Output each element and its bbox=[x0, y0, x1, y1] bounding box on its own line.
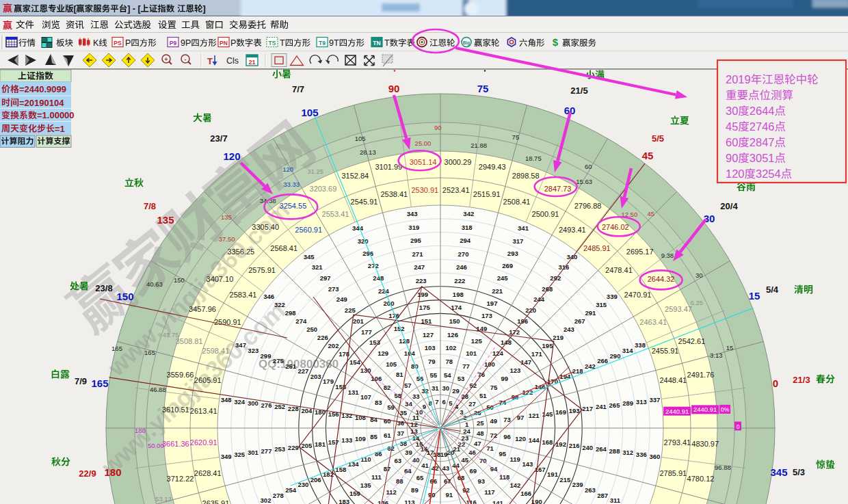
svg-text:Cls: Cls bbox=[226, 56, 239, 66]
svg-text:270: 270 bbox=[458, 250, 469, 258]
svg-text:297: 297 bbox=[320, 274, 331, 282]
svg-text:316: 316 bbox=[558, 263, 569, 271]
svg-text:2538.41: 2538.41 bbox=[380, 190, 408, 198]
svg-text:250: 250 bbox=[306, 326, 317, 333]
svg-text:2500.91: 2500.91 bbox=[532, 210, 559, 218]
svg-text:298: 298 bbox=[285, 309, 296, 317]
svg-text:21: 21 bbox=[248, 59, 255, 66]
svg-text:198: 198 bbox=[453, 291, 464, 298]
svg-text:56: 56 bbox=[416, 375, 424, 382]
svg-text:2485.91: 2485.91 bbox=[583, 244, 611, 252]
svg-text:2644.32: 2644.32 bbox=[648, 275, 675, 283]
svg-text:15: 15 bbox=[726, 344, 734, 352]
svg-text:223: 223 bbox=[416, 277, 427, 284]
svg-text:40.63: 40.63 bbox=[146, 280, 163, 288]
svg-text:93: 93 bbox=[478, 477, 486, 485]
svg-text:125: 125 bbox=[471, 337, 483, 345]
svg-text:175: 175 bbox=[419, 304, 431, 311]
svg-text:225: 225 bbox=[345, 306, 356, 314]
svg-text:5/4: 5/4 bbox=[766, 284, 779, 295]
svg-text:22/9: 22/9 bbox=[79, 468, 96, 479]
svg-text:165: 165 bbox=[91, 377, 108, 389]
svg-text:29: 29 bbox=[452, 387, 460, 395]
svg-text:45: 45 bbox=[647, 210, 654, 217]
svg-text:150: 150 bbox=[116, 291, 133, 302]
svg-text:78: 78 bbox=[446, 358, 453, 365]
svg-text:2590.91: 2590.91 bbox=[214, 318, 241, 326]
svg-text:3: 3 bbox=[460, 408, 463, 416]
svg-text:23: 23 bbox=[462, 434, 469, 442]
svg-text:265: 265 bbox=[609, 401, 621, 409]
svg-text:46: 46 bbox=[468, 449, 476, 456]
svg-text:27: 27 bbox=[468, 400, 476, 408]
svg-text:227: 227 bbox=[297, 367, 308, 375]
svg-text:30: 30 bbox=[695, 271, 703, 279]
svg-text:2949.43: 2949.43 bbox=[479, 163, 506, 171]
svg-text:3203.69: 3203.69 bbox=[310, 185, 337, 193]
svg-text:311: 311 bbox=[610, 496, 621, 504]
svg-text:73: 73 bbox=[503, 416, 511, 423]
svg-text:46.88: 46.88 bbox=[150, 386, 166, 393]
svg-text:57: 57 bbox=[404, 382, 412, 389]
svg-text:217: 217 bbox=[582, 405, 593, 412]
svg-text:2491.76: 2491.76 bbox=[687, 371, 715, 379]
svg-text:196: 196 bbox=[517, 317, 528, 325]
svg-text:5/3: 5/3 bbox=[793, 467, 805, 477]
svg-text:278: 278 bbox=[273, 492, 284, 499]
svg-text:54: 54 bbox=[444, 371, 451, 379]
svg-text:-: - bbox=[185, 56, 187, 63]
svg-text:221: 221 bbox=[492, 287, 503, 295]
svg-text:269: 269 bbox=[502, 262, 513, 269]
svg-text:T9: T9 bbox=[319, 40, 326, 47]
svg-text:251: 251 bbox=[285, 362, 297, 370]
svg-text:338: 338 bbox=[635, 341, 646, 349]
svg-text:80: 80 bbox=[411, 362, 419, 370]
svg-text:2635.91: 2635.91 bbox=[202, 499, 230, 504]
svg-text:302: 302 bbox=[261, 496, 271, 504]
svg-text:287: 287 bbox=[597, 492, 608, 499]
svg-text:219: 219 bbox=[553, 334, 564, 341]
svg-text:320: 320 bbox=[358, 237, 369, 245]
svg-text:P: P bbox=[125, 38, 131, 48]
svg-text:312: 312 bbox=[622, 449, 633, 456]
svg-text:7: 7 bbox=[435, 398, 438, 406]
svg-text:318: 318 bbox=[462, 224, 473, 231]
svg-text:121: 121 bbox=[529, 412, 540, 419]
svg-text:21/5: 21/5 bbox=[570, 85, 587, 96]
svg-text:226: 226 bbox=[317, 334, 328, 341]
svg-text:96: 96 bbox=[503, 433, 511, 440]
svg-text:7/7: 7/7 bbox=[292, 84, 304, 94]
svg-text:105: 105 bbox=[301, 107, 318, 118]
svg-text:169: 169 bbox=[555, 408, 566, 416]
svg-text:3508.81: 3508.81 bbox=[176, 337, 203, 345]
svg-text:0: 0 bbox=[737, 423, 740, 430]
svg-text:337: 337 bbox=[649, 396, 660, 403]
svg-text:2628.41: 2628.41 bbox=[194, 469, 222, 477]
svg-text:3305.40: 3305.40 bbox=[252, 223, 279, 231]
svg-text:75: 75 bbox=[512, 133, 520, 141]
svg-text:9P: 9P bbox=[181, 38, 191, 48]
svg-text:7/9: 7/9 bbox=[75, 376, 87, 386]
svg-text:81: 81 bbox=[396, 371, 403, 378]
svg-text:48: 48 bbox=[477, 429, 484, 437]
svg-text:89: 89 bbox=[411, 486, 419, 494]
svg-text:6.25: 6.25 bbox=[691, 299, 704, 306]
svg-text:5/5: 5/5 bbox=[652, 133, 664, 144]
svg-text:135: 135 bbox=[221, 213, 232, 221]
svg-text:191: 191 bbox=[547, 470, 559, 478]
svg-text:4780.12: 4780.12 bbox=[687, 475, 715, 483]
svg-text:=1.00000: =1.00000 bbox=[37, 110, 75, 120]
svg-text:75: 75 bbox=[477, 83, 489, 94]
svg-text:20/4: 20/4 bbox=[720, 201, 738, 211]
svg-text:180: 180 bbox=[104, 466, 121, 478]
svg-text:2847.73: 2847.73 bbox=[544, 185, 572, 193]
svg-text:63: 63 bbox=[394, 457, 401, 464]
svg-text:2598.41: 2598.41 bbox=[202, 347, 230, 355]
svg-text:292: 292 bbox=[550, 274, 561, 282]
svg-text:105: 105 bbox=[386, 360, 397, 368]
svg-text:201: 201 bbox=[353, 317, 365, 325]
svg-text:3407.10: 3407.10 bbox=[207, 275, 234, 283]
svg-text:108: 108 bbox=[355, 414, 366, 421]
svg-text:120: 120 bbox=[726, 168, 745, 180]
svg-text:173: 173 bbox=[481, 312, 492, 319]
